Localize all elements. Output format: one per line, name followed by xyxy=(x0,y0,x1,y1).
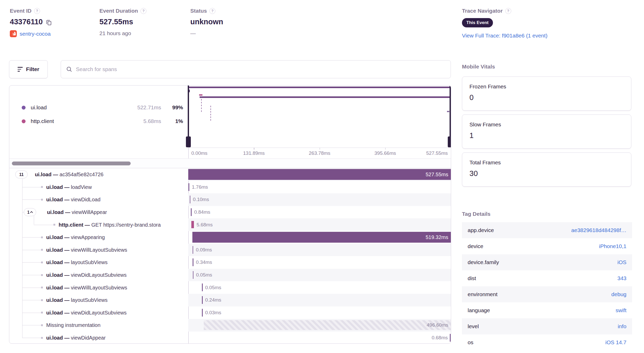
span-row[interactable]: http.client — GET https://sentry-brand.s… xyxy=(9,218,451,231)
tag-value-link[interactable]: info xyxy=(618,323,626,329)
minimap-mark xyxy=(447,111,449,112)
tag-value-link[interactable]: 343 xyxy=(617,275,626,281)
search-input[interactable] xyxy=(76,66,445,72)
tree-bullet xyxy=(41,299,43,301)
tree-bullet xyxy=(41,274,43,276)
tree-bullet xyxy=(41,186,43,188)
legend-duration: 522.71ms xyxy=(130,104,161,111)
axis-tick-label: 131.89ms xyxy=(243,150,265,156)
span-row[interactable]: 1ui.load — viewWillAppear0.84ms xyxy=(9,206,451,219)
help-icon[interactable]: ? xyxy=(505,8,511,14)
span-tree-cell: ui.load — viewDidLayoutSubviews xyxy=(9,306,188,319)
mobile-vitals-heading: Mobile Vitals xyxy=(462,64,495,70)
span-row[interactable]: ui.load — layoutSubViews0.34ms xyxy=(9,256,451,269)
span-duration-label: 0.84ms xyxy=(194,209,210,215)
span-row[interactable]: ui.load — viewAppearing519.32ms xyxy=(9,231,451,244)
vital-value: 1 xyxy=(469,131,624,140)
axis-tick-mark xyxy=(320,148,320,150)
minimap-left-handle[interactable] xyxy=(186,136,191,147)
span-description: ui.load — loadView xyxy=(46,184,92,190)
span-row[interactable]: ui.load — viewDidLoad0.10ms xyxy=(9,193,451,206)
legend-percent: 1% xyxy=(161,118,183,124)
tree-bullet xyxy=(41,249,43,251)
span-description: ui.load — layoutSubViews xyxy=(46,259,108,265)
legend-duration: 5.68ms xyxy=(130,118,161,124)
trace-navigator-section: Trace Navigator? This Event View Full Tr… xyxy=(462,8,547,39)
span-tree-cell: ui.load — viewDidAppear xyxy=(9,332,188,344)
tag-row-language: languageswift xyxy=(462,302,632,318)
tag-row-level: levelinfo xyxy=(462,318,632,334)
chevron-up-icon xyxy=(30,211,33,214)
minimap-mark xyxy=(189,90,190,92)
axis-tick-label: 395.66ms xyxy=(374,150,396,156)
span-description: ui.load — viewDidLoad xyxy=(46,197,100,203)
span-row[interactable]: ui.load — viewDidAppear0.68ms xyxy=(9,332,451,344)
help-icon[interactable]: ? xyxy=(209,8,215,14)
tag-value-link[interactable]: debug xyxy=(611,291,626,297)
tree-bullet xyxy=(41,312,43,313)
filter-icon xyxy=(18,67,23,72)
span-tree-cell: ui.load — viewAppearing xyxy=(9,231,188,244)
tag-key: device.family xyxy=(468,259,617,265)
span-row[interactable]: ui.load — viewWillLayoutSubviews0.05ms xyxy=(9,281,451,294)
tag-value-link[interactable]: ae3829618d484298f… xyxy=(571,227,626,233)
swift-icon xyxy=(10,30,17,37)
horizontal-scroll-thumb[interactable] xyxy=(12,162,131,165)
span-description: http.client — GET https://sentry-brand.s… xyxy=(59,222,161,228)
missing-instrumentation-bar[interactable]: 496.60ms xyxy=(204,320,451,330)
tree-connector xyxy=(22,199,42,200)
span-duration-cell: 0.03ms xyxy=(188,306,451,319)
status-sub: — xyxy=(190,30,196,36)
legend-dot xyxy=(22,106,26,110)
span-row[interactable]: ui.load — viewDidLayoutSubviews0.05ms xyxy=(9,269,451,281)
legend-op-label: ui.load xyxy=(31,104,130,111)
span-duration-cell: 0.84ms xyxy=(188,206,451,219)
span-row[interactable]: 11ui.load — ac354af5e82c4726527.55ms xyxy=(9,168,451,181)
span-tree-cell: Missing instrumentation xyxy=(9,319,188,332)
span-count-pill[interactable]: 11 xyxy=(15,171,28,179)
project-link[interactable]: sentry-cocoa xyxy=(20,31,51,37)
legend-row-ui.load: ui.load522.71ms99% xyxy=(22,104,183,111)
span-duration-tick xyxy=(193,258,193,266)
view-full-trace-link[interactable]: View Full Trace: f901a8e6 (1 event) xyxy=(462,33,547,39)
span-duration-cell: 527.55ms xyxy=(188,168,451,181)
span-duration-cell: 0.34ms xyxy=(188,256,451,269)
span-duration-tick xyxy=(193,246,193,254)
tag-key: os xyxy=(468,339,605,346)
span-duration-label: 0.09ms xyxy=(196,247,212,253)
tag-details-heading: Tag Details xyxy=(462,211,490,217)
event-duration-value: 527.55ms xyxy=(99,18,133,26)
help-icon[interactable]: ? xyxy=(34,8,40,14)
span-row[interactable]: ui.load — viewDidLayoutSubviews0.03ms xyxy=(9,306,451,319)
span-duration-label: 0.34ms xyxy=(196,259,212,265)
tag-value-link[interactable]: iPhone10,1 xyxy=(599,243,626,249)
span-description: ui.load — layoutSubViews xyxy=(46,297,108,303)
span-duration-label: 0.03ms xyxy=(205,310,221,316)
tag-value-link[interactable]: swift xyxy=(616,307,626,313)
minimap-dashed-marker xyxy=(201,99,202,112)
tag-value-link[interactable]: iOS xyxy=(617,259,626,265)
span-duration-cell: 519.32ms xyxy=(188,231,451,244)
span-row[interactable]: ui.load — loadView1.76ms xyxy=(9,181,451,194)
tag-key: language xyxy=(468,307,616,313)
span-duration-bar[interactable]: 527.55ms xyxy=(188,169,451,180)
event-id-section: Event ID? 43376110 sentry-cocoa xyxy=(10,8,52,37)
span-count-pill[interactable]: 1 xyxy=(24,208,36,216)
help-icon[interactable]: ? xyxy=(140,8,146,14)
span-duration-bar[interactable]: 519.32ms xyxy=(192,232,451,243)
span-row[interactable]: Missing instrumentation496.60ms xyxy=(9,319,451,332)
tag-value-link[interactable]: iOS 14.7 xyxy=(605,339,626,346)
filter-button[interactable]: Filter xyxy=(9,60,48,78)
span-duration-cell: 0.09ms xyxy=(188,244,451,256)
copy-icon[interactable] xyxy=(46,19,52,25)
tree-bullet xyxy=(41,287,43,288)
span-duration-cell: 496.60ms xyxy=(188,319,451,332)
minimap-right-handle[interactable] xyxy=(448,136,451,147)
tree-bullet xyxy=(41,337,43,339)
span-row[interactable]: ui.load — layoutSubViews0.24ms xyxy=(9,294,451,306)
span-duration-cell: 5.68ms xyxy=(188,218,451,231)
minimap[interactable] xyxy=(188,86,451,148)
span-row[interactable]: ui.load — viewWillLayoutSubviews0.09ms xyxy=(9,244,451,256)
horizontal-scroll-track[interactable] xyxy=(9,158,451,168)
tag-key: level xyxy=(468,323,618,329)
